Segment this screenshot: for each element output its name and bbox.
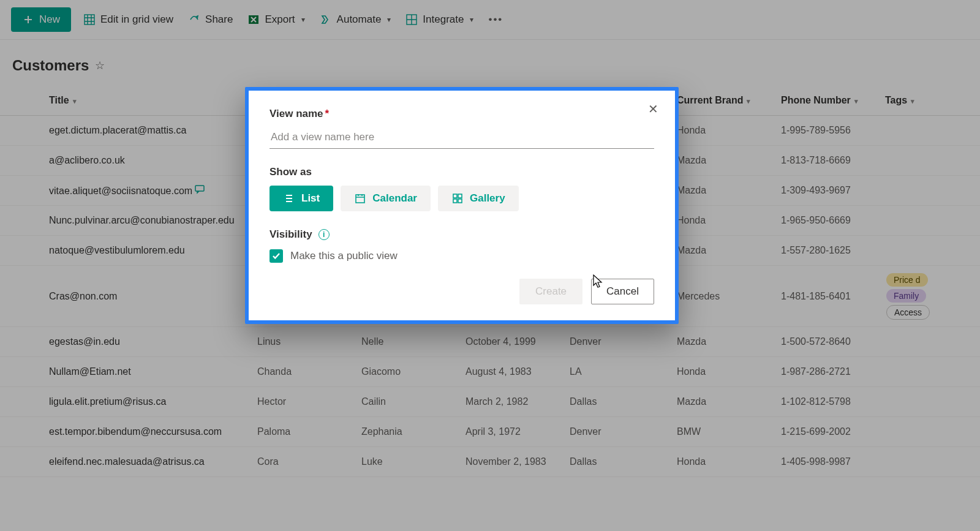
close-button[interactable]: ✕ xyxy=(642,98,664,120)
svg-rect-5 xyxy=(453,194,457,198)
option-gallery[interactable]: Gallery xyxy=(438,186,519,211)
visibility-label: Visibility xyxy=(270,228,312,241)
option-list[interactable]: List xyxy=(270,186,333,211)
view-name-label: View name* xyxy=(270,108,654,120)
show-as-label: Show as xyxy=(270,166,654,178)
view-name-input[interactable] xyxy=(270,127,654,149)
public-view-checkbox-label: Make this a public view xyxy=(290,250,398,262)
cancel-button[interactable]: Cancel xyxy=(591,279,654,304)
show-as-options: List Calendar Gallery xyxy=(270,186,654,211)
create-view-dialog: ✕ View name* Show as List xyxy=(245,87,679,324)
svg-rect-7 xyxy=(453,199,457,203)
option-calendar[interactable]: Calendar xyxy=(341,186,431,211)
public-view-checkbox[interactable] xyxy=(270,249,283,263)
svg-rect-8 xyxy=(458,199,462,203)
close-icon: ✕ xyxy=(648,102,658,116)
list-icon xyxy=(283,192,295,205)
calendar-icon xyxy=(354,192,366,205)
dialog-footer: Create Cancel xyxy=(249,263,675,304)
gallery-icon xyxy=(451,192,464,205)
info-icon[interactable]: i xyxy=(318,229,330,240)
svg-rect-4 xyxy=(356,195,364,203)
option-gallery-label: Gallery xyxy=(470,192,505,205)
required-asterisk: * xyxy=(325,108,330,119)
svg-rect-6 xyxy=(458,194,462,198)
option-list-label: List xyxy=(301,192,320,205)
create-button[interactable]: Create xyxy=(519,279,582,304)
option-calendar-label: Calendar xyxy=(372,192,417,205)
